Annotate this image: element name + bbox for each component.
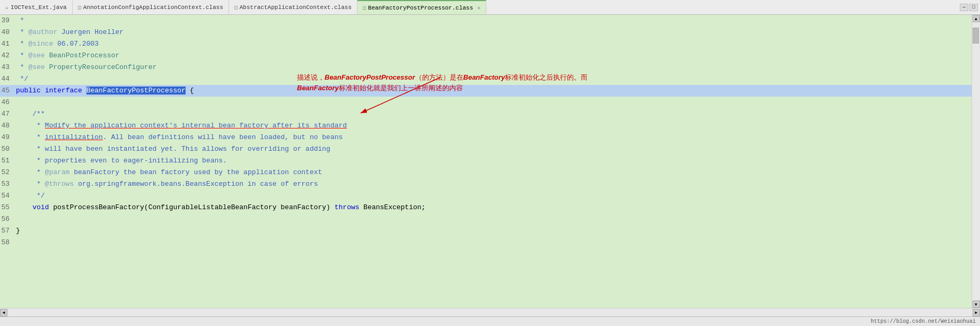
scroll-down-button[interactable]: ▼ — [973, 301, 980, 308]
tab-label-beanfactory: BeanFactoryPostProcessor.class — [368, 5, 473, 11]
code-line-58: 58 — [0, 237, 972, 248]
hscroll-right-button[interactable]: ▶ — [973, 309, 980, 316]
code-line-40: 40 * @author Juergen Hoeller — [0, 27, 972, 38]
code-line-47: 47 /** — [0, 108, 972, 120]
line-num-42: 42 — [0, 50, 16, 62]
tab-annotation-config[interactable]: ◫ AnnotationConfigApplicationContext.cla… — [73, 0, 229, 14]
scroll-track — [972, 22, 980, 301]
line-num-53: 53 — [0, 178, 16, 190]
scroll-thumb[interactable] — [973, 28, 979, 44]
line-num-49: 49 — [0, 132, 16, 143]
tab-ioctest[interactable]: ☕ IOCTest_Ext.java — [0, 0, 73, 14]
tab-icon-class2: ◫ — [234, 4, 238, 11]
code-line-39: 39 * — [0, 15, 972, 27]
code-line-46: 46 — [0, 97, 972, 108]
tab-icon-class1: ◫ — [78, 4, 81, 11]
hscroll-track — [7, 308, 973, 316]
tab-label-abstract: AbstractApplicationContext.class — [240, 4, 352, 11]
line-num-52: 52 — [0, 167, 16, 178]
editor-container: 39 * 40 * @author Juergen Hoeller 41 * @… — [0, 15, 980, 308]
scroll-up-button[interactable]: ▲ — [973, 15, 980, 22]
tab-bar: ☕ IOCTest_Ext.java ◫ AnnotationConfigApp… — [0, 0, 980, 15]
code-line-49: 49 * initialization. All bean definition… — [0, 132, 972, 143]
line-num-48: 48 — [0, 120, 16, 132]
line-num-45: 45 — [0, 85, 16, 97]
code-line-52: 52 * @param beanFactory the bean factory… — [0, 167, 972, 178]
hscroll-left-button[interactable]: ◀ — [0, 309, 7, 316]
line-num-40: 40 — [0, 27, 16, 38]
line-num-50: 50 — [0, 143, 16, 155]
tab-icon-java: ☕ — [5, 4, 8, 11]
code-line-51: 51 * properties even to eager-initializi… — [0, 155, 972, 167]
line-num-44: 44 — [0, 73, 16, 85]
hscrollbar: ◀ ▶ — [0, 308, 980, 316]
status-bar: https://blog.csdn.net/Weixiaohuai — [0, 316, 980, 326]
line-num-56: 56 — [0, 213, 16, 225]
line-num-58: 58 — [0, 237, 16, 248]
code-line-42: 42 * @see BeanPostProcessor — [0, 50, 972, 62]
minimize-button[interactable]: — — [960, 4, 968, 11]
line-num-41: 41 — [0, 38, 16, 50]
line-num-39: 39 — [0, 15, 16, 27]
line-num-57: 57 — [0, 225, 16, 237]
line-num-55: 55 — [0, 202, 16, 213]
code-line-44: 44 */ — [0, 73, 972, 85]
code-line-55: 55 void postProcessBeanFactory(Configura… — [0, 202, 972, 213]
tab-close-icon[interactable]: ✕ — [477, 5, 480, 11]
code-line-45: 45 public interface BeanFactoryPostProce… — [0, 85, 972, 97]
code-line-50: 50 * will have been instantiated yet. Th… — [0, 143, 972, 155]
tab-label-ioctest: IOCTest_Ext.java — [11, 4, 67, 11]
scrollbar-right: ▲ ▼ — [972, 15, 980, 308]
window-controls: — □ — [960, 4, 980, 11]
line-num-47: 47 — [0, 108, 16, 120]
maximize-button[interactable]: □ — [969, 4, 978, 11]
line-num-46: 46 — [0, 97, 16, 108]
code-area: 39 * 40 * @author Juergen Hoeller 41 * @… — [0, 15, 972, 308]
line-num-54: 54 — [0, 190, 16, 202]
code-line-53: 53 * @throws org.springframework.beans.B… — [0, 178, 972, 190]
code-line-56: 56 — [0, 213, 972, 225]
tab-icon-class3: ◫ — [363, 5, 366, 11]
line-num-43: 43 — [0, 62, 16, 73]
code-line-57: 57 } — [0, 225, 972, 237]
code-line-43: 43 * @see PropertyResourceConfigurer — [0, 62, 972, 73]
tab-abstract-app[interactable]: ◫ AbstractApplicationContext.class — [229, 0, 357, 14]
tab-label-annotation: AnnotationConfigApplicationContext.class — [83, 4, 223, 11]
line-num-51: 51 — [0, 155, 16, 167]
code-line-48: 48 * Modify the application context's in… — [0, 120, 972, 132]
code-line-41: 41 * @since 06.07.2003 — [0, 38, 972, 50]
tab-beanfactory-post[interactable]: ◫ BeanFactoryPostProcessor.class ✕ — [357, 0, 486, 14]
status-url: https://blog.csdn.net/Weixiaohuai — [871, 319, 976, 324]
code-line-54: 54 */ — [0, 190, 972, 202]
